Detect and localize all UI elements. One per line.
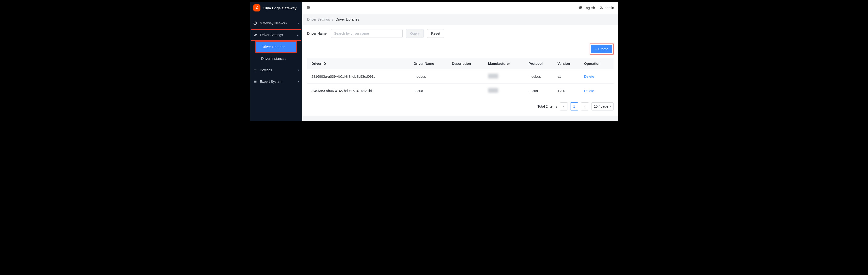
sidebar-subitem-driver-libraries[interactable]: Driver Libraries (255, 41, 297, 53)
breadcrumb-separator: / (332, 18, 333, 21)
query-button[interactable]: Query (406, 29, 424, 38)
col-protocol: Protocol (526, 58, 555, 69)
cell-protocol: modbus (526, 69, 555, 84)
collapse-sidebar-button[interactable] (307, 5, 310, 10)
svg-point-0 (257, 6, 258, 7)
col-description: Description (449, 58, 485, 69)
user-menu[interactable]: admin (599, 5, 614, 10)
topbar: English admin (302, 2, 618, 14)
pagination-prev[interactable]: ‹ (560, 102, 568, 110)
sidebar-item-expert-system[interactable]: Expert System ▾ (250, 76, 302, 87)
content-panel: Driver Name: Query Reset + Create Driver… (302, 25, 618, 116)
cell-driver-name: modbus (411, 69, 449, 84)
list-icon (253, 68, 257, 72)
table-header-row: Driver ID Driver Name Description Manufa… (307, 58, 614, 69)
chevron-down-icon: ▾ (298, 68, 299, 72)
sidebar-item-label: Driver Settings (260, 33, 297, 37)
filter-bar: Driver Name: Query Reset (307, 29, 614, 38)
main: English admin Driver Settings / Driver L… (302, 2, 618, 121)
cell-driver-id: 2816903a-a039-4b2d-8f8f-dc8b93cd091c (307, 69, 411, 84)
sidebar-item-devices[interactable]: Devices ▾ (250, 64, 302, 76)
col-driver-name: Driver Name (411, 58, 449, 69)
svg-point-3 (600, 6, 602, 7)
col-version: Version (555, 58, 581, 69)
cell-driver-name: opcua (411, 84, 449, 98)
sidebar-item-gateway-network[interactable]: Gateway Network ▾ (250, 18, 302, 29)
brand-logo-icon (253, 4, 260, 11)
chevron-down-icon: ▾ (610, 105, 611, 108)
sidebar-item-label: Devices (260, 68, 298, 72)
breadcrumb-parent[interactable]: Driver Settings (307, 18, 330, 21)
sidebar-subitem-label: Driver Instances (261, 57, 286, 61)
cell-driver-id: df49f3e3-9b06-4145-bd0e-53497df31bf1 (307, 84, 411, 98)
col-manufacturer: Manufacturer (485, 58, 526, 69)
cell-manufacturer (485, 69, 526, 84)
user-icon (599, 5, 603, 10)
chevron-down-icon: ▾ (298, 22, 299, 25)
cell-manufacturer (485, 84, 526, 98)
language-label: English (584, 6, 595, 10)
cell-version: 1.3.0 (555, 84, 581, 98)
list-icon (253, 79, 257, 84)
pagination: Total 2 Items ‹ 1 › 10 / page ▾ (307, 102, 614, 110)
reset-button[interactable]: Reset (427, 29, 444, 38)
chevron-down-icon: ▾ (298, 80, 299, 83)
sidebar-subitem-label: Driver Libraries (261, 45, 285, 49)
action-bar: + Create (307, 43, 614, 55)
pagination-next[interactable]: › (581, 102, 589, 110)
driver-table: Driver ID Driver Name Description Manufa… (307, 58, 614, 98)
globe-icon (578, 5, 582, 10)
chevron-up-icon: ▴ (297, 33, 299, 37)
edit-icon (253, 33, 258, 37)
sidebar-subitem-driver-instances[interactable]: Driver Instances (250, 53, 302, 64)
brand-title: Tuya Edge Gateway (263, 6, 297, 10)
brand: Tuya Edge Gateway (250, 2, 302, 14)
filter-label: Driver Name: (307, 32, 328, 35)
col-driver-id: Driver ID (307, 58, 411, 69)
delete-link[interactable]: Delete (584, 89, 594, 93)
sidebar-item-driver-settings[interactable]: Driver Settings ▴ (251, 29, 301, 41)
delete-link[interactable]: Delete (584, 75, 594, 78)
cell-description (449, 84, 485, 98)
breadcrumb-current: Driver Libraries (336, 18, 359, 21)
user-label: admin (605, 6, 614, 10)
breadcrumb: Driver Settings / Driver Libraries (302, 14, 618, 25)
cell-description (449, 69, 485, 84)
table-row: df49f3e3-9b06-4145-bd0e-53497df31bf1 opc… (307, 84, 614, 98)
pagination-pagesize[interactable]: 10 / page ▾ (591, 102, 614, 110)
sidebar-item-label: Gateway Network (260, 21, 298, 25)
pagination-total: Total 2 Items (537, 104, 557, 108)
sidebar: Tuya Edge Gateway Gateway Network ▾ Driv… (250, 2, 302, 121)
col-operation: Operation (581, 58, 614, 69)
cell-protocol: opcua (526, 84, 555, 98)
pagination-page-1[interactable]: 1 (570, 102, 578, 110)
table-row: 2816903a-a039-4b2d-8f8f-dc8b93cd091c mod… (307, 69, 614, 84)
language-switcher[interactable]: English (578, 5, 595, 10)
cell-version: v1 (555, 69, 581, 84)
gauge-icon (253, 21, 257, 25)
create-button[interactable]: + Create (591, 45, 612, 53)
sidebar-item-label: Expert System (260, 80, 298, 83)
driver-name-input[interactable] (331, 29, 403, 38)
